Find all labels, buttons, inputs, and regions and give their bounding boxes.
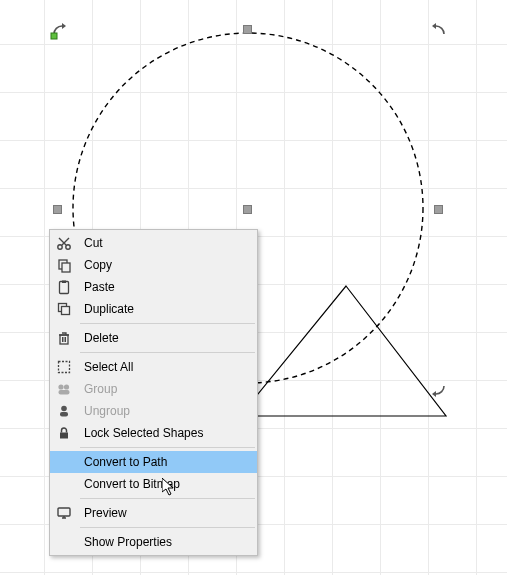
monitor-icon (55, 504, 73, 522)
center-handle[interactable] (243, 205, 252, 214)
svg-rect-17 (59, 390, 70, 395)
menu-item-delete[interactable]: Delete (50, 327, 257, 349)
select-all-icon (55, 358, 73, 376)
svg-rect-12 (62, 307, 70, 315)
menu-item-cut[interactable]: Cut (50, 232, 257, 254)
svg-rect-21 (58, 508, 70, 516)
trash-icon (55, 329, 73, 347)
menu-item-label: Ungroup (84, 404, 130, 418)
svg-point-5 (58, 245, 62, 249)
svg-point-6 (66, 245, 70, 249)
clipboard-icon (55, 278, 73, 296)
rotate-handle-top-right[interactable] (430, 20, 450, 40)
menu-separator (80, 498, 255, 499)
menu-item-label: Show Properties (84, 535, 172, 549)
menu-item-select-all[interactable]: Select All (50, 356, 257, 378)
menu-separator (80, 323, 255, 324)
duplicate-icon (55, 300, 73, 318)
svg-rect-19 (60, 412, 68, 417)
menu-item-label: Duplicate (84, 302, 134, 316)
resize-handle-right[interactable] (434, 205, 443, 214)
svg-rect-20 (60, 433, 68, 439)
menu-separator (80, 447, 255, 448)
menu-separator (80, 352, 255, 353)
svg-rect-14 (59, 362, 70, 373)
drawing-canvas[interactable]: CutCopyPasteDuplicateDeleteSelect AllGro… (0, 0, 507, 575)
menu-item-ungroup: Ungroup (50, 400, 257, 422)
rotate-handle-top-left[interactable] (48, 20, 68, 40)
svg-marker-2 (432, 23, 436, 29)
menu-item-duplicate[interactable]: Duplicate (50, 298, 257, 320)
menu-item-label: Select All (84, 360, 133, 374)
svg-rect-8 (62, 263, 70, 272)
ungroup-icon (55, 402, 73, 420)
menu-item-lock-selected-shapes[interactable]: Lock Selected Shapes (50, 422, 257, 444)
menu-item-show-properties[interactable]: Show Properties (50, 531, 257, 553)
svg-point-16 (64, 384, 69, 389)
svg-marker-4 (432, 391, 436, 397)
group-icon (55, 380, 73, 398)
menu-item-label: Convert to Bitmap (84, 477, 180, 491)
menu-item-preview[interactable]: Preview (50, 502, 257, 524)
menu-item-label: Preview (84, 506, 127, 520)
svg-rect-1 (51, 33, 57, 39)
menu-item-convert-to-path[interactable]: Convert to Path (50, 451, 257, 473)
menu-item-label: Cut (84, 236, 103, 250)
menu-item-paste[interactable]: Paste (50, 276, 257, 298)
menu-item-label: Paste (84, 280, 115, 294)
menu-item-label: Delete (84, 331, 119, 345)
menu-item-group: Group (50, 378, 257, 400)
menu-item-label: Copy (84, 258, 112, 272)
svg-marker-0 (62, 23, 66, 29)
scissors-icon (55, 234, 73, 252)
resize-handle-top[interactable] (243, 25, 252, 34)
menu-item-copy[interactable]: Copy (50, 254, 257, 276)
context-menu: CutCopyPasteDuplicateDeleteSelect AllGro… (49, 229, 258, 556)
resize-handle-left[interactable] (53, 205, 62, 214)
svg-rect-9 (60, 282, 69, 294)
copy-icon (55, 256, 73, 274)
menu-item-convert-to-bitmap[interactable]: Convert to Bitmap (50, 473, 257, 495)
lock-icon (55, 424, 73, 442)
menu-item-label: Group (84, 382, 117, 396)
svg-point-18 (61, 406, 67, 412)
menu-item-label: Lock Selected Shapes (84, 426, 203, 440)
triangle-shape[interactable] (240, 286, 446, 416)
menu-item-label: Convert to Path (84, 455, 167, 469)
svg-point-15 (58, 384, 63, 389)
rotate-handle-bottom-right[interactable] (430, 380, 450, 400)
svg-rect-10 (62, 281, 66, 284)
menu-separator (80, 527, 255, 528)
